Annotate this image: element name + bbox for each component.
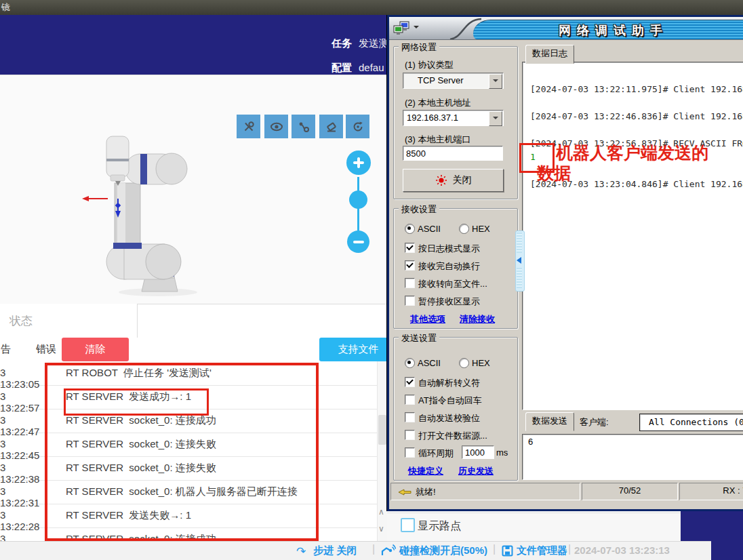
task-menu-value[interactable]: 发送测 bbox=[359, 37, 389, 50]
other-options-link[interactable]: 其他选项 bbox=[410, 313, 445, 325]
receive-hex-radio[interactable] bbox=[459, 224, 469, 234]
status-counter-pane: 70/52 bbox=[582, 483, 678, 500]
host-combobox[interactable]: 192.168.37.1 bbox=[403, 110, 504, 126]
waypoints-checkbox[interactable] bbox=[401, 518, 415, 532]
history-send-link[interactable]: 历史发送 bbox=[458, 465, 494, 477]
zoom-out-icon bbox=[353, 241, 364, 243]
send-hex-radio[interactable] bbox=[459, 358, 469, 368]
red-beacon-icon bbox=[435, 174, 447, 186]
clear-log-button[interactable]: 清除 bbox=[62, 338, 129, 361]
tab-status[interactable]: 状态 bbox=[9, 313, 33, 329]
status-ready-text: 就绪! bbox=[416, 486, 436, 498]
port-input[interactable] bbox=[403, 146, 503, 161]
zoom-in-button[interactable] bbox=[346, 151, 371, 175]
client-value: All Connections (0) bbox=[649, 417, 743, 427]
log-toolbar: 告 错误 清除 支持文件 bbox=[0, 338, 387, 361]
erase-button[interactable] bbox=[319, 115, 343, 138]
log-row[interactable]: 3 13:22:47 RT SERVER socket_0: 连接成功 bbox=[0, 409, 377, 433]
chevron-down-icon[interactable] bbox=[489, 74, 502, 89]
path-button[interactable] bbox=[292, 115, 315, 138]
log-row[interactable]: 3 13:22:38 RT SERVER socket_0: 连接失败 bbox=[0, 456, 377, 481]
log-row[interactable]: 3 13:22:45 RT SERVER socket_0: 连接失败 bbox=[0, 433, 377, 457]
clear-receive-link[interactable]: 清除接收 bbox=[460, 313, 495, 325]
netassist-log-line: [2024-07-03 13:22:56.837]# RECV ASCII FR… bbox=[530, 138, 743, 148]
log-row[interactable]: 3 13:22:57 RT SERVER 发送成功→: 1 bbox=[0, 385, 377, 409]
at-return-checkbox[interactable] bbox=[405, 395, 415, 405]
file-source-checkbox[interactable] bbox=[405, 430, 415, 440]
pause-display-checkbox[interactable] bbox=[405, 296, 415, 306]
client-combobox[interactable]: All Connections (0) bbox=[639, 414, 743, 431]
reset-view-button[interactable] bbox=[346, 115, 369, 138]
collision-robot-icon bbox=[380, 544, 396, 557]
log-message: RT ROBOT 停止任务 '发送测试' bbox=[66, 367, 212, 380]
log-message: RT SERVER socket_0: 连接失败 bbox=[66, 438, 216, 451]
zoom-out-button[interactable] bbox=[347, 231, 369, 253]
log-message: RT SERVER socket_0: 连接成功 bbox=[66, 533, 216, 541]
config-menu-label[interactable]: 配置 bbox=[332, 62, 352, 75]
checksum-label: 自动发送校验位 bbox=[418, 412, 480, 424]
log-row[interactable]: 3 13:22:31 RT SERVER socket_0: 机器人与服务器已断… bbox=[0, 480, 377, 504]
file-source-label: 打开文件数据源... bbox=[418, 430, 487, 442]
netassist-log-line-recv: 1 bbox=[530, 152, 536, 162]
waypoints-checkbox-label: 显示路点 bbox=[418, 519, 461, 534]
collision-toggle[interactable]: 碰撞检测开启(50%) bbox=[399, 544, 487, 557]
step-toggle[interactable]: 步进 关闭 bbox=[313, 544, 357, 557]
cycle-send-checkbox[interactable] bbox=[405, 447, 415, 458]
log-message: RT SERVER socket_0: 机器人与服务器已断开连接 bbox=[66, 485, 298, 498]
task-menu-label[interactable]: 任务 bbox=[332, 37, 352, 50]
escape-parse-checkbox[interactable] bbox=[405, 377, 415, 387]
receive-hex-label: HEX bbox=[472, 224, 490, 234]
log-scrollbar-handle[interactable] bbox=[378, 415, 386, 445]
dropdown-arrow-icon[interactable] bbox=[414, 26, 419, 31]
log-message: RT SERVER 发送失败→: 1 bbox=[66, 509, 191, 522]
chevron-down-icon[interactable] bbox=[489, 111, 502, 126]
network-monitors-icon[interactable] bbox=[393, 21, 411, 35]
network-settings-title: 网络设置 bbox=[399, 41, 439, 54]
log-message: RT SERVER socket_0: 连接失败 bbox=[66, 462, 216, 475]
port-label: (3) 本地主机端口 bbox=[405, 134, 471, 146]
scroll-down-icon[interactable]: ∨ bbox=[378, 525, 384, 533]
separator: | bbox=[372, 543, 375, 555]
receive-ascii-radio[interactable] bbox=[405, 224, 415, 234]
quick-define-link[interactable]: 快捷定义 bbox=[408, 465, 443, 477]
protocol-label: (1) 协议类型 bbox=[405, 59, 454, 71]
netassist-log-line: [2024-07-03 13:22:46.836]# Client 192.16… bbox=[530, 111, 743, 121]
save-to-file-checkbox[interactable] bbox=[405, 278, 415, 288]
panel-collapse-handle[interactable] bbox=[515, 231, 525, 292]
log-message: RT SERVER 发送成功→: 1 bbox=[66, 391, 191, 403]
netassist-log-line: [2024-07-03 13:23:04.846]# Client 192.16… bbox=[530, 179, 743, 189]
separator: | bbox=[568, 543, 571, 555]
warning-checkbox-label[interactable]: 告 bbox=[1, 343, 11, 356]
visibility-button[interactable] bbox=[264, 115, 288, 138]
grip-texture bbox=[517, 233, 522, 253]
server-close-button[interactable]: 关闭 bbox=[403, 169, 504, 192]
checksum-checkbox[interactable] bbox=[405, 412, 415, 422]
tab-data-log[interactable]: 数据日志 bbox=[525, 45, 574, 64]
receive-ascii-label: ASCII bbox=[418, 224, 441, 234]
support-file-button[interactable]: 支持文件 bbox=[319, 338, 397, 361]
tools-button[interactable] bbox=[237, 115, 260, 138]
send-textarea[interactable]: 6 bbox=[522, 434, 743, 480]
log-row[interactable]: 3 13:23:05 RT ROBOT 停止任务 '发送测试' bbox=[0, 361, 377, 386]
cycle-send-label: 循环周期 bbox=[418, 447, 454, 460]
log-row[interactable]: 3 13:22:12 RT SERVER socket_0: 连接成功 bbox=[0, 527, 377, 541]
tab-data-send[interactable]: 数据发送 bbox=[525, 412, 574, 431]
netassist-log-line: [2024-07-03 13:22:11.975]# Client 192.16… bbox=[530, 84, 743, 94]
auto-newline-checkbox[interactable] bbox=[405, 260, 415, 271]
netassist-log-area[interactable]: [2024-07-03 13:22:11.975]# Client 192.16… bbox=[522, 62, 743, 410]
separator: | bbox=[493, 543, 496, 555]
send-ascii-radio[interactable] bbox=[405, 358, 415, 368]
log-row[interactable]: 3 13:22:28 RT SERVER 发送失败→: 1 bbox=[0, 504, 377, 528]
os-window-title: 镜 bbox=[1, 0, 10, 15]
cycle-period-input[interactable] bbox=[462, 445, 494, 459]
send-settings-title: 发送设置 bbox=[399, 332, 439, 344]
log-mode-checkbox[interactable] bbox=[405, 243, 415, 253]
netassist-titlebar[interactable]: 网络调试助手 bbox=[389, 17, 743, 40]
client-label: 客户端: bbox=[580, 416, 609, 428]
protocol-combobox[interactable]: TCP Server bbox=[403, 73, 504, 89]
file-manager-button[interactable]: 文件管理器 bbox=[517, 544, 567, 557]
config-menu-value[interactable]: defau bbox=[359, 62, 384, 73]
waypoints-row: 显示路点 bbox=[387, 513, 681, 542]
zoom-slider-handle[interactable] bbox=[349, 191, 367, 209]
scroll-up-icon[interactable]: ∧ bbox=[378, 508, 384, 516]
